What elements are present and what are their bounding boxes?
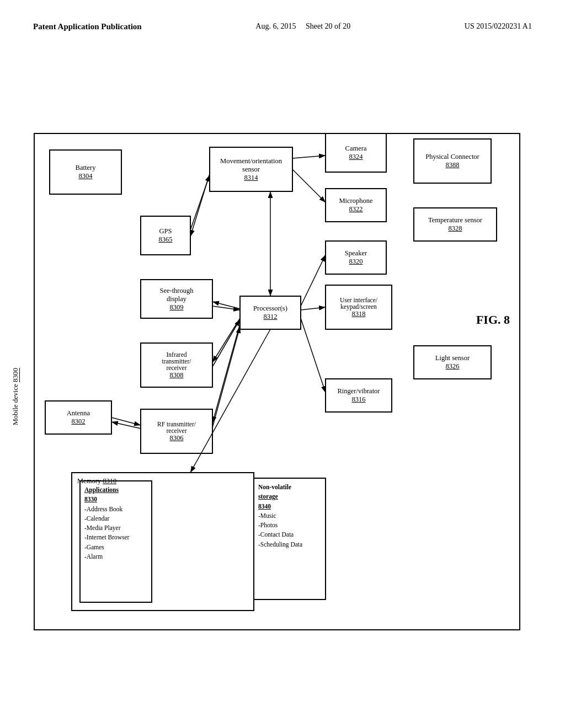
patent-number: US 2015/0220231 A1 bbox=[465, 22, 532, 30]
physical-connector-label: Physical Connector bbox=[425, 153, 479, 161]
storage-item-photos: -Photos bbox=[258, 521, 321, 530]
microphone-num: 8322 bbox=[349, 205, 363, 213]
storage-box-content: Non-volatile storage 8340 -Music -Photos… bbox=[254, 478, 326, 599]
microphone-label: Microphone bbox=[339, 197, 372, 205]
storage-item-scheduling-data: -Scheduling Data bbox=[258, 540, 321, 549]
app-item-games: -Games bbox=[84, 543, 147, 552]
gps-num: 8365 bbox=[159, 235, 173, 244]
svg-line-29 bbox=[301, 255, 326, 306]
infrared-label: Infrared transmitter/ receiver bbox=[162, 351, 191, 371]
sheet-info: Sheet 20 of 20 bbox=[306, 22, 350, 30]
svg-line-37 bbox=[111, 422, 141, 429]
see-through-num: 8309 bbox=[170, 303, 184, 312]
svg-line-35 bbox=[212, 326, 240, 427]
temperature-sensor-label: Temperature sensor bbox=[428, 216, 482, 224]
svg-line-38 bbox=[111, 417, 141, 425]
applications-box-content: Applications 8330 -Address Book -Calenda… bbox=[80, 481, 152, 602]
processor-box: Processor(s) 8312 bbox=[240, 296, 301, 329]
movement-label: Movement/orientation sensor bbox=[220, 157, 282, 174]
antenna-label: Antenna bbox=[67, 409, 90, 417]
svg-line-26 bbox=[292, 169, 326, 202]
battery-label: Battery bbox=[76, 164, 96, 172]
header-center: Aug. 6, 2015 Sheet 20 of 20 bbox=[255, 22, 350, 31]
rf-transmitter-box: RF transmitter/ receiver 8306 bbox=[141, 409, 212, 453]
svg-line-33 bbox=[301, 318, 326, 393]
fig-label: FIG. 8 bbox=[476, 313, 510, 327]
camera-box: Camera 8324 bbox=[326, 133, 386, 172]
antenna-box: Antenna 8302 bbox=[45, 401, 111, 434]
svg-line-34 bbox=[212, 324, 240, 423]
ringer-num: 8316 bbox=[352, 395, 366, 404]
applications-num: 8330 bbox=[84, 495, 147, 504]
ringer-label: Ringer/vibrator bbox=[337, 387, 380, 395]
see-through-box: See-through display 8309 bbox=[141, 280, 212, 318]
svg-line-23 bbox=[190, 174, 210, 237]
battery-box: Battery 8304 bbox=[50, 150, 121, 194]
app-item-alarm: -Alarm bbox=[84, 552, 147, 561]
light-sensor-num: 8326 bbox=[446, 362, 460, 371]
page: Patent Application Publication Aug. 6, 2… bbox=[0, 0, 565, 728]
app-item-internet-browser: -Internet Browser bbox=[84, 533, 147, 542]
svg-line-31 bbox=[212, 318, 240, 362]
rf-transmitter-label: RF transmitter/ receiver bbox=[157, 421, 196, 434]
header-right: US 2015/0220231 A1 bbox=[465, 22, 532, 31]
mobile-device-label: Mobile device 8300 bbox=[11, 368, 20, 425]
temperature-sensor-box: Temperature sensor 8328 bbox=[414, 208, 497, 241]
user-interface-box: User interface/ keypad/screen 8318 bbox=[326, 285, 392, 329]
storage-item-music: -Music bbox=[258, 511, 321, 521]
infrared-box: Infrared transmitter/ receiver 8308 bbox=[141, 343, 212, 387]
svg-line-27 bbox=[212, 302, 240, 309]
publication-title: Patent Application Publication bbox=[33, 22, 142, 31]
mobile-device-num: 8300 bbox=[11, 368, 19, 382]
physical-connector-num: 8388 bbox=[446, 161, 460, 169]
app-item-address-book: -Address Book bbox=[84, 505, 147, 514]
antenna-num: 8302 bbox=[72, 417, 86, 426]
light-sensor-label: Light sensor bbox=[435, 354, 470, 362]
gps-box: GPS 8365 bbox=[141, 216, 190, 255]
camera-label: Camera bbox=[345, 144, 367, 153]
storage-title: Non-volatile bbox=[258, 483, 321, 492]
light-sensor-box: Light sensor 8326 bbox=[414, 346, 491, 379]
camera-num: 8324 bbox=[349, 153, 363, 161]
user-interface-label: User interface/ keypad/screen bbox=[340, 297, 377, 310]
mobile-device-text: Mobile device bbox=[11, 382, 19, 425]
app-item-calendar: -Calendar bbox=[84, 514, 147, 523]
physical-connector-box: Physical Connector 8388 bbox=[414, 139, 491, 183]
svg-line-30 bbox=[301, 307, 326, 310]
svg-line-25 bbox=[292, 156, 326, 158]
header: Patent Application Publication Aug. 6, 2… bbox=[0, 0, 565, 42]
speaker-num: 8320 bbox=[349, 258, 363, 266]
processor-num: 8312 bbox=[264, 313, 278, 321]
app-item-media-player: -Media Player bbox=[84, 523, 147, 533]
processor-label: Processor(s) bbox=[253, 304, 287, 313]
applications-title: Applications bbox=[84, 485, 147, 495]
temperature-sensor-num: 8328 bbox=[449, 224, 462, 233]
rf-transmitter-num: 8306 bbox=[170, 434, 184, 442]
storage-num: 8340 bbox=[258, 502, 321, 511]
infrared-num: 8308 bbox=[170, 371, 184, 379]
gps-label: GPS bbox=[159, 227, 172, 235]
publication-date: Aug. 6, 2015 bbox=[255, 22, 296, 30]
header-left: Patent Application Publication bbox=[33, 22, 142, 31]
svg-line-32 bbox=[212, 319, 240, 367]
speaker-box: Speaker 8320 bbox=[326, 241, 386, 274]
movement-box: Movement/orientation sensor 8314 bbox=[210, 147, 292, 191]
movement-num: 8314 bbox=[244, 174, 258, 182]
svg-line-28 bbox=[212, 306, 240, 310]
see-through-label: See-through display bbox=[159, 287, 193, 303]
microphone-box: Microphone 8322 bbox=[326, 189, 386, 222]
svg-line-24 bbox=[190, 175, 210, 230]
user-interface-num: 8318 bbox=[352, 310, 366, 318]
storage-item-contact-data: -Contact Data bbox=[258, 530, 321, 539]
battery-num: 8304 bbox=[79, 172, 93, 180]
speaker-label: Speaker bbox=[345, 249, 367, 258]
fig-label-text: FIG. 8 bbox=[476, 313, 510, 326]
diagram-area: Battery 8304 GPS 8365 Movement/orientati… bbox=[0, 48, 565, 682]
storage-title2: storage bbox=[258, 492, 321, 501]
ringer-box: Ringer/vibrator 8316 bbox=[326, 379, 392, 412]
